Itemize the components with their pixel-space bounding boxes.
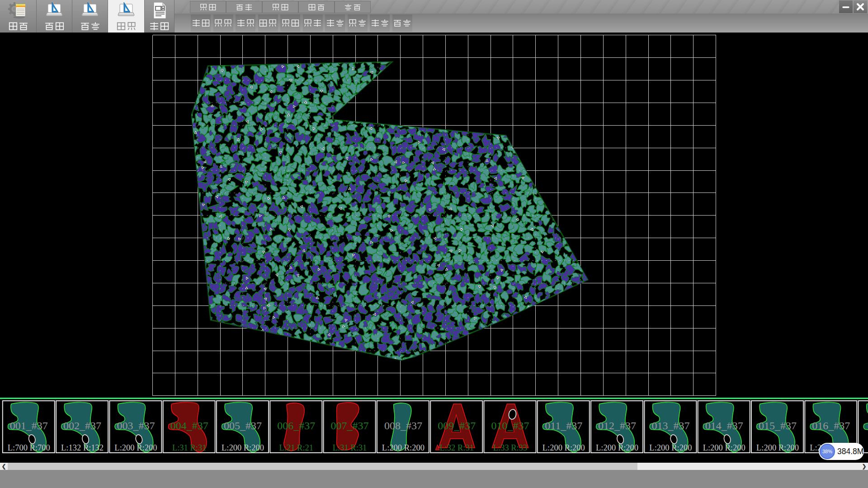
svg-text:L:31 R:31: L:31 R:31 — [172, 443, 207, 452]
svg-text:015_#37: 015_#37 — [759, 420, 797, 432]
svg-text:L:200 R:200: L:200 R:200 — [756, 443, 799, 452]
svg-text:006_#37: 006_#37 — [277, 420, 315, 432]
svg-text:009_#37: 009_#37 — [438, 420, 476, 432]
svg-text:004_#37: 004_#37 — [170, 420, 208, 432]
svg-text:L:200 R:200: L:200 R:200 — [649, 443, 692, 452]
svg-text:L:200 R:200: L:200 R:200 — [222, 443, 264, 452]
svg-text:L:200 R:200: L:200 R:200 — [542, 443, 585, 452]
svg-text:L:200 R:200: L:200 R:200 — [382, 443, 425, 452]
svg-text:003_#37: 003_#37 — [117, 420, 155, 432]
svg-text:012_#37: 012_#37 — [598, 420, 636, 432]
svg-text:L:33 R:33: L:33 R:33 — [493, 443, 528, 452]
svg-text:001_#37: 001_#37 — [10, 420, 48, 432]
svg-text:L:700 R:700: L:700 R:700 — [8, 443, 50, 452]
svg-text:L:200 R:200: L:200 R:200 — [703, 443, 745, 452]
svg-text:005_#37: 005_#37 — [224, 420, 262, 432]
svg-text:002_#37: 002_#37 — [63, 420, 101, 432]
svg-text:016_#37: 016_#37 — [812, 420, 850, 432]
svg-text:010_#37: 010_#37 — [491, 420, 529, 432]
svg-text:L:200 R:200: L:200 R:200 — [114, 443, 157, 452]
svg-text:014_#37: 014_#37 — [705, 420, 743, 432]
svg-text:L:132 R:132: L:132 R:132 — [61, 443, 104, 452]
svg-text:007_#37: 007_#37 — [331, 420, 369, 432]
svg-text:L:31 R:31: L:31 R:31 — [333, 443, 367, 452]
svg-text:L:32 R:31: L:32 R:31 — [439, 443, 474, 452]
svg-text:L:21 R:21: L:21 R:21 — [279, 443, 314, 452]
svg-text:013_#37: 013_#37 — [651, 420, 689, 432]
svg-text:011_#37: 011_#37 — [545, 420, 582, 432]
svg-text:L:200 R:200: L:200 R:200 — [596, 443, 638, 452]
svg-text:008_#37: 008_#37 — [384, 420, 422, 432]
